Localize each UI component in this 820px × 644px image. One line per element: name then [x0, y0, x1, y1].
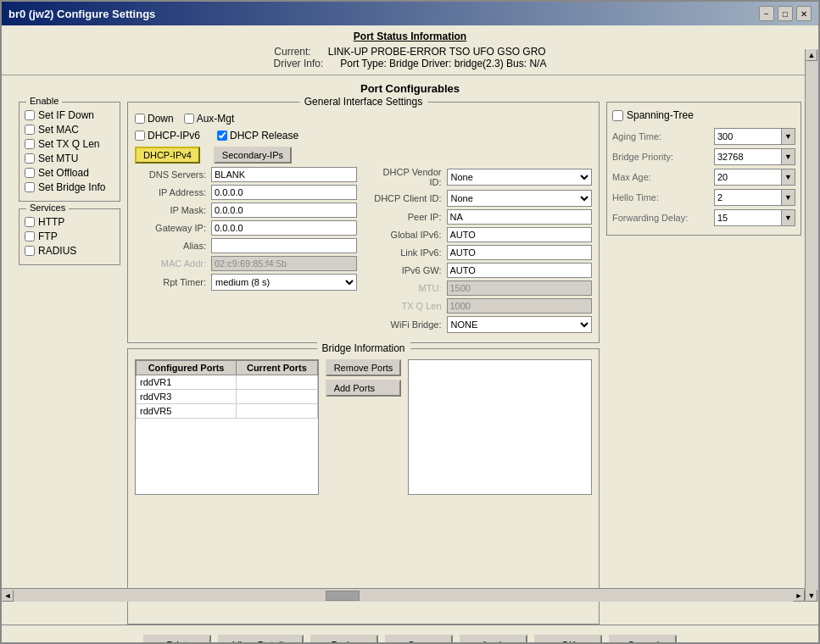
add-ports-button[interactable]: Add Ports — [326, 380, 402, 397]
dhcp-ipv4-button[interactable]: DHCP-IPv4 — [135, 147, 200, 164]
ipv6-gw-input[interactable] — [447, 263, 593, 278]
ok-button[interactable]: OK — [534, 635, 602, 643]
three-column-layout: Enable Set IF DownSet MACSet TX Q LenSet… — [19, 102, 801, 625]
scroll-down-button[interactable]: ▼ — [806, 590, 817, 602]
st-value-1: 32768 — [715, 152, 744, 162]
cancel-button[interactable]: Cancel — [609, 635, 677, 643]
services-label-1: FTP — [38, 230, 58, 242]
bridge-configured-port-0: rddVR1 — [137, 375, 237, 390]
probe-button[interactable]: Probe — [310, 635, 378, 643]
enable-item-0: Set IF Down — [25, 109, 114, 121]
port-status-title: Port Status Information — [19, 31, 801, 42]
aux-mgt-checkbox[interactable] — [184, 114, 194, 124]
view-details-button[interactable]: View Details — [218, 635, 304, 643]
st-select-1[interactable]: 32768▼ — [714, 148, 795, 165]
dns-servers-row: DNS Servers: — [135, 167, 357, 182]
peer-ip-input[interactable] — [447, 209, 593, 225]
enable-label-0: Set IF Down — [38, 109, 94, 121]
dhcp-client-id-select[interactable]: None — [447, 190, 593, 207]
enable-checkbox-2[interactable] — [25, 139, 35, 149]
services-checkbox-0[interactable] — [25, 217, 35, 227]
enable-checkbox-3[interactable] — [25, 153, 35, 164]
services-item-0: HTTP — [25, 216, 114, 228]
ip-address-row: IP Address: — [135, 185, 357, 200]
sync-button[interactable]: Sync — [385, 635, 453, 643]
dhcp-vendor-id-select[interactable]: None — [447, 169, 593, 186]
global-ipv6-input[interactable] — [447, 227, 593, 242]
down-checkbox[interactable] — [135, 114, 145, 124]
st-select-2[interactable]: 20▼ — [714, 169, 795, 186]
enable-checkbox-4[interactable] — [25, 168, 35, 178]
services-group: Services HTTPFTPRADIUS — [19, 208, 120, 265]
wifi-bridge-select[interactable]: NONE — [447, 316, 593, 333]
remove-ports-button[interactable]: Remove Ports — [326, 359, 402, 376]
st-select-4[interactable]: 15▼ — [714, 209, 795, 226]
horizontal-scrollbar[interactable]: ◄ ► — [2, 588, 805, 602]
enable-group: Enable Set IF DownSet MACSet TX Q LenSet… — [19, 102, 120, 202]
spanning-tree-header: Spanning-Tree — [612, 109, 795, 121]
bridge-configured-port-2: rddVR5 — [137, 404, 237, 419]
horizontal-scroll-thumb[interactable] — [326, 591, 360, 601]
gateway-ip-input[interactable] — [211, 220, 357, 236]
link-ipv6-input[interactable] — [447, 245, 593, 260]
rpt-timer-select[interactable]: medium (8 s) — [211, 274, 357, 291]
bridge-configured-port-1: rddVR3 — [137, 390, 237, 404]
st-select-arrow-4[interactable]: ▼ — [781, 210, 795, 225]
enable-label-2: Set TX Q Len — [38, 138, 100, 150]
alias-input[interactable] — [211, 238, 357, 253]
peer-ip-row: Peer IP: — [371, 209, 593, 225]
services-checkbox-1[interactable] — [25, 231, 35, 242]
ip-address-input[interactable] — [211, 185, 357, 200]
bridge-ports-table: Configured Ports Current Ports rddVR1rdd… — [135, 359, 319, 495]
enable-label-1: Set MAC — [38, 124, 79, 136]
enable-item-3: Set MTU — [25, 153, 114, 164]
current-value: LINK-UP PROBE-ERROR TSO UFO GSO GRO — [328, 46, 546, 58]
print-button[interactable]: Print — [143, 635, 211, 643]
st-row-0: Aging Time:300▼ — [612, 128, 795, 145]
dns-servers-label: DNS Servers: — [135, 169, 211, 180]
st-select-0[interactable]: 300▼ — [714, 128, 795, 145]
close-button[interactable]: ✕ — [796, 6, 812, 21]
services-item-2: RADIUS — [25, 245, 114, 257]
dns-servers-input[interactable] — [211, 167, 357, 182]
link-ipv6-row: Link IPv6: — [371, 245, 593, 260]
enable-checkbox-5[interactable] — [25, 182, 35, 192]
right-panel: Spanning-Tree Aging Time:300▼Bridge Prio… — [606, 102, 801, 625]
enable-label-4: Set Offload — [38, 167, 89, 179]
st-select-arrow-2[interactable]: ▼ — [781, 169, 795, 185]
apply-button[interactable]: Apply — [460, 635, 527, 643]
dhcp-ipv6-checkbox[interactable] — [135, 130, 145, 141]
top-checkboxes-row: Down Aux-Mgt — [135, 109, 592, 125]
gateway-ip-label: Gateway IP: — [135, 223, 211, 233]
enable-item-5: Set Bridge Info — [25, 181, 114, 193]
scroll-right-button[interactable]: ► — [793, 590, 805, 602]
maximize-button[interactable]: □ — [778, 6, 793, 21]
gateway-ip-row: Gateway IP: — [135, 220, 357, 236]
minimize-button[interactable]: − — [759, 6, 774, 21]
spanning-tree-checkbox[interactable] — [612, 110, 623, 121]
scroll-left-button[interactable]: ◄ — [2, 590, 14, 602]
enable-checkbox-0[interactable] — [25, 110, 35, 120]
enable-label-3: Set MTU — [38, 153, 78, 164]
st-select-arrow-1[interactable]: ▼ — [781, 149, 795, 164]
enable-checkbox-1[interactable] — [25, 125, 35, 135]
st-select-arrow-0[interactable]: ▼ — [781, 129, 795, 144]
st-row-3: Hello Time:2▼ — [612, 189, 795, 206]
st-label-3: Hello Time: — [612, 192, 714, 203]
current-label: Current: — [274, 46, 310, 58]
st-select-3[interactable]: 2▼ — [714, 189, 795, 206]
dhcp-client-id-row: DHCP Client ID: None — [371, 190, 593, 207]
st-label-0: Aging Time: — [612, 131, 714, 142]
ip-mask-input[interactable] — [211, 203, 357, 218]
dhcp-release-label: DHCP Release — [230, 130, 298, 142]
st-select-arrow-3[interactable]: ▼ — [781, 190, 795, 205]
dhcp-release-checkbox[interactable] — [217, 130, 227, 141]
secondary-ips-button[interactable]: Secondary-IPs — [214, 147, 292, 164]
down-label: Down — [148, 113, 174, 125]
scroll-up-button[interactable]: ▲ — [806, 49, 817, 61]
bridge-info-box: Bridge Information Configured Ports Curr… — [127, 348, 600, 625]
vertical-scrollbar[interactable]: ▲ ▼ — [805, 49, 818, 602]
current-ports-header: Current Ports — [237, 361, 318, 375]
services-checkbox-2[interactable] — [25, 246, 35, 256]
bridge-action-buttons: Remove Ports Add Ports — [326, 359, 402, 495]
